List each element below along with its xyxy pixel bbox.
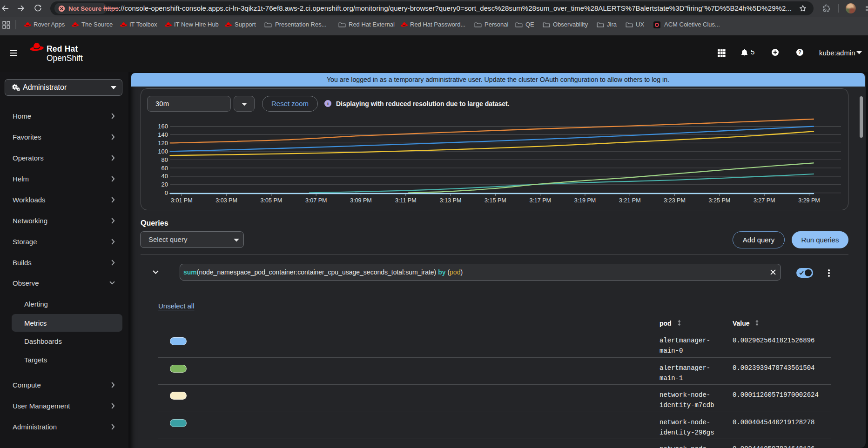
svg-text:80: 80 — [161, 156, 168, 163]
svg-text:3:03 PM: 3:03 PM — [215, 197, 237, 204]
svg-text:3:11 PM: 3:11 PM — [395, 197, 417, 204]
svg-text:3:19 PM: 3:19 PM — [574, 197, 596, 204]
svg-text:3:01 PM: 3:01 PM — [171, 197, 193, 204]
svg-text:3:05 PM: 3:05 PM — [261, 197, 283, 204]
svg-text:3:07 PM: 3:07 PM — [305, 197, 327, 204]
svg-text:3:23 PM: 3:23 PM — [664, 197, 686, 204]
svg-text:3:27 PM: 3:27 PM — [754, 197, 775, 204]
svg-text:40: 40 — [161, 173, 168, 180]
svg-text:60: 60 — [161, 165, 168, 172]
svg-text:120: 120 — [158, 140, 168, 147]
svg-text:3:09 PM: 3:09 PM — [350, 197, 372, 204]
svg-text:3:25 PM: 3:25 PM — [709, 197, 731, 204]
svg-text:160: 160 — [158, 123, 168, 130]
svg-text:140: 140 — [158, 131, 168, 138]
svg-text:20: 20 — [161, 181, 168, 188]
svg-text:100: 100 — [158, 148, 168, 155]
svg-text:3:13 PM: 3:13 PM — [440, 197, 462, 204]
svg-text:3:17 PM: 3:17 PM — [529, 197, 551, 204]
svg-text:3:29 PM: 3:29 PM — [798, 197, 820, 204]
svg-text:3:15 PM: 3:15 PM — [484, 197, 506, 204]
svg-text:3:21 PM: 3:21 PM — [619, 197, 641, 204]
svg-text:?: ? — [798, 49, 801, 55]
svg-text:0: 0 — [165, 189, 168, 196]
